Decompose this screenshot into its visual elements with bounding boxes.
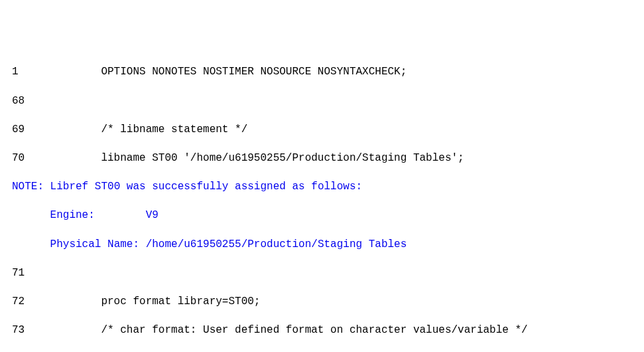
code-text [44, 95, 101, 107]
line-number: 70 [12, 151, 44, 166]
note-line: Physical Name: /home/u61950255/Productio… [12, 238, 632, 252]
log-line: 71 [12, 266, 632, 281]
note-line: NOTE: Libref ST00 was successfully assig… [12, 180, 632, 195]
line-number: 1 [12, 65, 44, 80]
log-line: 72 proc format library=ST00; [12, 295, 632, 309]
line-number: 69 [12, 123, 44, 137]
code-text: /* char format: User defined format on c… [44, 324, 528, 336]
code-text: OPTIONS NONOTES NOSTIMER NOSOURCE NOSYNT… [44, 66, 407, 78]
note-line: Engine: V9 [12, 209, 632, 223]
log-line: 69 /* libname statement */ [12, 123, 632, 137]
line-number: 73 [12, 323, 44, 338]
code-text: libname ST00 '/home/u61950255/Production… [44, 152, 464, 164]
log-line: 1 OPTIONS NONOTES NOSTIMER NOSOURCE NOSY… [12, 65, 632, 80]
line-number: 72 [12, 295, 44, 309]
log-line: 70 libname ST00 '/home/u61950255/Product… [12, 151, 632, 166]
log-line: 68 [12, 94, 632, 109]
code-text: proc format library=ST00; [44, 296, 260, 308]
log-line: 73 /* char format: User defined format o… [12, 323, 632, 338]
line-number: 71 [12, 266, 44, 281]
code-text [44, 267, 101, 279]
code-text: /* libname statement */ [44, 124, 247, 135]
line-number: 68 [12, 94, 44, 109]
